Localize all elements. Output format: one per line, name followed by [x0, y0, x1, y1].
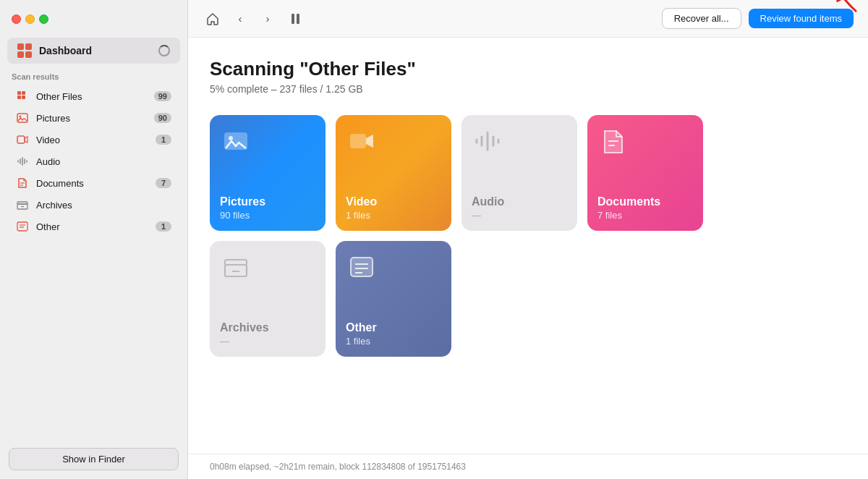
audio-label: Audio	[36, 156, 171, 167]
card-archives[interactable]: Archives —	[210, 241, 326, 357]
other-card-label: Other	[346, 321, 441, 334]
pause-button[interactable]	[285, 9, 305, 29]
other-files-badge: 99	[154, 91, 171, 101]
sidebar-item-other-files[interactable]: Other Files 99	[4, 85, 183, 107]
other-card-icon	[349, 254, 375, 286]
pictures-label: Pictures	[36, 113, 147, 124]
sidebar-item-pictures[interactable]: Pictures 90	[4, 107, 183, 129]
sidebar-item-dashboard[interactable]: Dashboard	[7, 38, 180, 64]
video-card-label: Video	[346, 195, 441, 208]
cards-row-2: Archives — Other 1 files	[210, 241, 846, 357]
svg-rect-18	[350, 134, 366, 148]
close-button[interactable]	[12, 14, 21, 24]
audio-card-icon	[475, 128, 501, 160]
documents-badge: 7	[156, 178, 171, 188]
pause-icon	[292, 14, 299, 24]
card-video[interactable]: Video 1 files	[336, 115, 451, 231]
card-documents[interactable]: Documents 7 files	[587, 115, 703, 231]
svg-rect-0	[17, 91, 21, 95]
minimize-button[interactable]	[25, 14, 35, 24]
svg-rect-2	[17, 96, 21, 99]
documents-icon	[16, 177, 29, 190]
svg-point-5	[20, 116, 22, 118]
review-found-wrapper: Review found items	[749, 9, 854, 28]
scan-results-section-label: Scan results	[0, 72, 187, 85]
video-badge: 1	[156, 135, 171, 145]
archives-label: Archives	[36, 200, 171, 211]
sidebar-item-other[interactable]: Other 1	[4, 216, 183, 237]
pictures-card-label: Pictures	[220, 195, 315, 208]
audio-card-label: Audio	[472, 195, 567, 208]
toolbar: ‹ › Recover all... Review found items	[188, 0, 868, 38]
sidebar-item-audio[interactable]: Audio	[4, 151, 183, 172]
documents-label: Documents	[36, 178, 148, 189]
sidebar-item-video[interactable]: Video 1	[4, 129, 183, 151]
card-other[interactable]: Other 1 files	[336, 241, 451, 357]
back-button[interactable]: ‹	[230, 9, 250, 29]
video-icon	[16, 133, 29, 146]
loading-spinner-icon	[158, 45, 170, 56]
other-files-label: Other Files	[36, 91, 147, 102]
pictures-icon	[16, 111, 29, 124]
other-files-icon	[16, 90, 29, 103]
page-subtitle: 5% complete – 237 files / 1.25 GB	[210, 83, 846, 95]
svg-rect-4	[17, 114, 27, 122]
dashboard-label: Dashboard	[39, 45, 151, 56]
archives-card-icon	[223, 254, 249, 286]
sidebar-item-documents[interactable]: Documents 7	[4, 172, 183, 194]
svg-rect-3	[22, 96, 25, 99]
archives-card-label: Archives	[220, 321, 315, 334]
titlebar	[0, 0, 187, 38]
other-label: Other	[36, 221, 148, 232]
pictures-card-count: 90 files	[220, 210, 315, 221]
audio-card-count: —	[472, 210, 567, 221]
sidebar: Dashboard Scan results Other Files 99 Pi…	[0, 0, 188, 479]
svg-rect-6	[17, 136, 25, 143]
page-title: Scanning "Other Files"	[210, 58, 846, 80]
forward-button[interactable]: ›	[258, 9, 278, 29]
status-text: 0h08m elapsed, ~2h21m remain, block 1128…	[210, 462, 466, 472]
svg-point-17	[229, 136, 233, 140]
status-bar: 0h08m elapsed, ~2h21m remain, block 1128…	[188, 454, 868, 479]
svg-rect-24	[351, 258, 373, 276]
other-icon	[16, 220, 29, 233]
pictures-badge: 90	[154, 113, 171, 123]
recover-all-button[interactable]: Recover all...	[662, 8, 741, 29]
other-card-count: 1 files	[346, 336, 441, 347]
cards-row-1: Pictures 90 files Video 1 files	[210, 115, 846, 231]
main-content: ‹ › Recover all... Review found items	[188, 0, 868, 479]
card-audio[interactable]: Audio —	[461, 115, 577, 231]
pictures-card-icon	[223, 128, 249, 160]
traffic-lights	[12, 14, 48, 24]
other-badge: 1	[156, 221, 171, 232]
dashboard-grid-icon	[17, 43, 32, 58]
svg-rect-12	[17, 222, 27, 231]
documents-card-label: Documents	[597, 195, 693, 208]
content-area: Scanning "Other Files" 5% complete – 237…	[188, 38, 868, 454]
sidebar-item-archives[interactable]: Archives	[4, 194, 183, 216]
documents-card-count: 7 files	[597, 210, 693, 221]
audio-icon	[16, 155, 29, 168]
archives-icon	[16, 198, 29, 211]
video-card-icon	[349, 128, 375, 160]
show-in-finder-button[interactable]: Show in Finder	[9, 448, 179, 470]
archives-card-count: —	[220, 336, 315, 347]
home-button[interactable]	[203, 9, 223, 29]
review-found-button[interactable]: Review found items	[749, 9, 854, 28]
maximize-button[interactable]	[39, 14, 48, 24]
documents-card-icon	[600, 128, 626, 160]
svg-rect-1	[22, 91, 25, 95]
video-card-count: 1 files	[346, 210, 441, 221]
card-pictures[interactable]: Pictures 90 files	[210, 115, 326, 231]
video-label: Video	[36, 135, 148, 145]
